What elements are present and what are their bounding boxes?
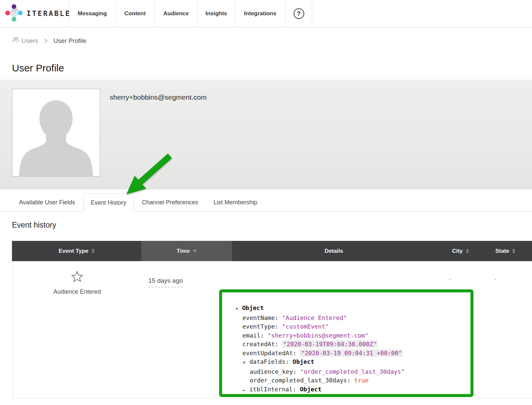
help-icon: ?	[294, 8, 304, 19]
tab-available-user-fields[interactable]: Available User Fields	[12, 193, 82, 211]
json-line-datafields: ▼dataFields: Object	[236, 357, 467, 367]
breadcrumb-users-link[interactable]: Users	[12, 37, 38, 45]
expand-triangle-icon[interactable]: ►	[243, 386, 249, 395]
app-window: ITERABLE Messaging Content Audience Insi…	[0, 0, 532, 405]
breadcrumb-chevron-icon	[44, 38, 48, 44]
nav-item-integrations[interactable]: Integrations	[235, 0, 286, 27]
column-header-spacer	[522, 241, 532, 261]
time-cell[interactable]: 15 days ago	[148, 277, 183, 287]
avatar-placeholder-image	[12, 89, 100, 176]
json-line-eventname: eventName: "Audience Entered"	[236, 314, 467, 323]
column-header-event-type[interactable]: Event Type	[12, 241, 141, 261]
json-line-eventupdatedat: eventUpdatedAt: "2020-03-19 09:04:31 +00…	[236, 349, 467, 358]
help-button[interactable]: ?	[286, 0, 312, 27]
brand-wordmark: ITERABLE	[27, 10, 71, 18]
annotation-box-details-json: ▼Object eventName: "Audience Entered" ev…	[219, 289, 473, 397]
collapse-triangle-icon[interactable]: ▼	[236, 305, 242, 314]
star-icon	[70, 279, 84, 285]
page-title: User Profile	[12, 62, 64, 74]
column-header-details: Details	[232, 241, 436, 261]
tab-event-history[interactable]: Event History	[83, 193, 134, 212]
nav-item-insights[interactable]: Insights	[198, 0, 235, 27]
event-history-table: Event Type Time Details City State	[0, 241, 532, 398]
top-nav: ITERABLE Messaging Content Audience Insi…	[0, 0, 532, 28]
json-line-eventtype: eventType: "customEvent"	[236, 322, 467, 331]
json-line-order-completed: order_completed_last_30days: true	[236, 376, 467, 385]
nav-item-audience[interactable]: Audience	[155, 0, 198, 27]
iterable-logo-icon	[5, 4, 23, 24]
column-header-state[interactable]: State	[475, 241, 522, 261]
json-line-createdat: createdAt: "2020-03-19T09:04:30.000Z"	[236, 340, 467, 349]
sort-icon	[91, 249, 95, 253]
tab-list-membership[interactable]: List Membership	[206, 193, 264, 211]
nav-item-content[interactable]: Content	[116, 0, 155, 27]
json-line-email: email: "sherry+bobbins@segment.com"	[236, 331, 467, 340]
favorite-star-button[interactable]	[65, 270, 90, 285]
table-row: Audience Entered 15 days ago - - ▼Object…	[13, 261, 532, 398]
nav-item-messaging[interactable]: Messaging	[69, 0, 116, 27]
json-line-audience-key: audience_key: "order_completed_last_30da…	[236, 367, 467, 376]
event-type-cell: Audience Entered	[53, 288, 101, 295]
table-header: Event Type Time Details City State	[12, 241, 532, 261]
json-line-root: ▼Object	[236, 304, 467, 314]
users-icon	[12, 37, 19, 45]
json-line-itblinternal: ►itblInternal: Object	[236, 385, 467, 395]
breadcrumb: Users User Profile	[12, 37, 86, 45]
sort-icon	[512, 249, 515, 253]
sort-desc-icon	[193, 250, 197, 252]
profile-tabbar: Available User Fields Event History Chan…	[0, 189, 532, 212]
sort-icon	[466, 249, 469, 253]
profile-hero: sherry+bobbins@segment.com	[0, 80, 532, 189]
state-cell: -	[495, 276, 496, 282]
breadcrumb-current: User Profile	[54, 37, 86, 45]
collapse-triangle-icon[interactable]: ▼	[243, 358, 249, 367]
city-cell: -	[449, 276, 451, 282]
user-email: sherry+bobbins@segment.com	[110, 93, 207, 101]
brand-logo[interactable]: ITERABLE	[0, 0, 69, 27]
column-header-time[interactable]: Time	[141, 241, 232, 261]
tab-channel-preferences[interactable]: Channel Preferences	[135, 193, 205, 211]
column-header-city[interactable]: City	[436, 241, 475, 261]
section-heading: Event history	[12, 221, 56, 230]
